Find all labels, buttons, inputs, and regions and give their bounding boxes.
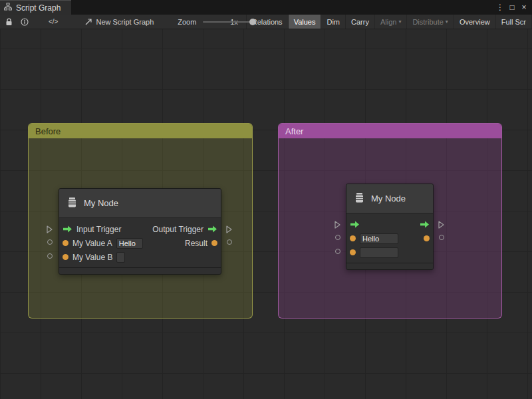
port-row-triggers	[346, 217, 433, 231]
my-value-b-port[interactable]	[63, 254, 68, 260]
carry-button-label: Carry	[351, 15, 369, 29]
my-value-a-label: My Value A	[72, 239, 112, 248]
node-header[interactable]: My Node	[346, 184, 433, 213]
graph-pointer-icon	[84, 15, 92, 29]
distribute-dropdown[interactable]: Distribute ▾	[407, 15, 454, 29]
external-value-port-icon	[227, 239, 232, 245]
align-dropdown[interactable]: Align ▾	[375, 15, 407, 29]
output-trigger-port[interactable]	[420, 221, 430, 228]
close-icon[interactable]: ×	[519, 0, 529, 15]
node-footer	[59, 267, 221, 274]
node-my-node-before[interactable]: My Node Input Trigger Output Trigger	[59, 188, 221, 275]
port-row-value-b	[346, 245, 433, 259]
output-trigger-port[interactable]	[207, 225, 217, 233]
graph-toolbar: </> New Script Graph Zoom 1x Relations V…	[0, 15, 532, 29]
port-row-value-a: My Value A Result	[59, 236, 221, 250]
tab-script-graph[interactable]: Script Graph	[0, 0, 71, 15]
window-controls: ⋮ □ ×	[495, 0, 532, 15]
my-value-b-port[interactable]	[350, 249, 356, 255]
fullscreen-button[interactable]: Full Scr	[496, 15, 532, 29]
code-icon[interactable]: </>	[49, 15, 58, 29]
my-value-b-field[interactable]	[360, 247, 398, 258]
chevron-down-icon: ▾	[446, 15, 448, 29]
group-after-header[interactable]: After	[279, 124, 501, 138]
zoom-slider-knob[interactable]	[249, 19, 256, 25]
distribute-dropdown-label: Distribute	[412, 15, 443, 29]
my-value-b-field[interactable]	[116, 252, 125, 263]
port-row-value-b: My Value B	[59, 250, 221, 264]
maximize-icon[interactable]: □	[507, 0, 517, 15]
external-value-port-icon	[335, 235, 340, 240]
tab-bar: Script Graph ⋮ □ ×	[0, 0, 532, 15]
graph-name-breadcrumb[interactable]: New Script Graph	[96, 18, 154, 26]
external-flow-port-icon	[334, 219, 340, 231]
result-port[interactable]	[211, 240, 217, 246]
my-value-a-field[interactable]	[360, 233, 398, 244]
result-port[interactable]	[424, 235, 430, 241]
node-footer	[346, 263, 433, 269]
node-icon	[66, 197, 78, 210]
external-value-port-icon	[439, 235, 444, 240]
node-my-node-after[interactable]: My Node	[346, 184, 434, 270]
node-title: My Node	[371, 194, 406, 203]
carry-button[interactable]: Carry	[346, 15, 375, 29]
input-trigger-port[interactable]	[350, 221, 360, 228]
input-trigger-label: Input Trigger	[76, 225, 121, 234]
toolbar-buttons: Relations Values Dim Carry Align ▾ Distr…	[246, 15, 532, 29]
node-title: My Node	[84, 198, 118, 208]
input-trigger-port[interactable]	[63, 225, 72, 233]
my-value-b-label: My Value B	[72, 253, 112, 262]
zoom-label: Zoom	[178, 18, 196, 26]
fullscreen-button-label: Full Scr	[501, 15, 526, 29]
zoom-slider[interactable]	[203, 15, 226, 29]
chevron-down-icon: ▾	[398, 15, 401, 29]
external-value-port-icon	[335, 249, 340, 254]
external-flow-port-icon	[438, 219, 444, 231]
info-icon[interactable]	[21, 15, 29, 29]
node-body: Input Trigger Output Trigger My Value A	[59, 218, 221, 274]
external-value-port-icon	[47, 239, 53, 245]
result-label: Result	[185, 239, 207, 248]
my-value-a-port[interactable]	[350, 235, 356, 241]
lock-icon[interactable]	[5, 15, 13, 29]
graph-icon	[4, 3, 12, 13]
values-button[interactable]: Values	[289, 15, 322, 29]
align-dropdown-label: Align	[380, 15, 396, 29]
external-flow-port-icon	[47, 224, 53, 236]
overview-button[interactable]: Overview	[454, 15, 496, 29]
node-header[interactable]: My Node	[59, 189, 221, 218]
node-icon	[354, 192, 365, 205]
port-row-triggers: Input Trigger Output Trigger	[59, 222, 221, 236]
external-value-port-icon	[47, 253, 53, 259]
group-before-header[interactable]: Before	[29, 124, 252, 138]
values-button-label: Values	[294, 15, 316, 29]
output-trigger-label: Output Trigger	[152, 225, 203, 234]
external-flow-port-icon	[226, 224, 232, 236]
script-graph-window: Script Graph ⋮ □ × </>	[0, 0, 532, 399]
my-value-a-port[interactable]	[63, 240, 68, 246]
node-body	[346, 213, 433, 269]
dim-button-label: Dim	[327, 15, 340, 29]
graph-canvas[interactable]: Before After My Node	[0, 29, 532, 399]
group-before-label: Before	[35, 126, 61, 136]
kebab-menu-icon[interactable]: ⋮	[495, 0, 505, 15]
group-after-label: After	[285, 126, 303, 136]
overview-button-label: Overview	[460, 15, 490, 29]
my-value-a-field[interactable]	[116, 238, 143, 249]
tab-title: Script Graph	[16, 3, 61, 13]
port-row-value-a	[346, 231, 433, 245]
dim-button[interactable]: Dim	[321, 15, 346, 29]
